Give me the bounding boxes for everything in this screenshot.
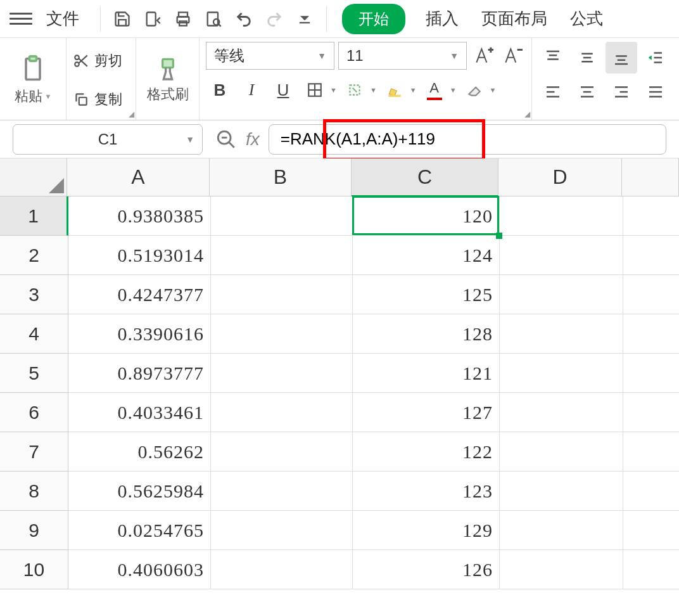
column-header[interactable]: B bbox=[210, 158, 352, 196]
cell[interactable] bbox=[500, 550, 623, 589]
align-top-button[interactable] bbox=[537, 42, 569, 74]
name-box[interactable]: C1 ▼ bbox=[13, 124, 203, 155]
align-middle-button[interactable] bbox=[571, 42, 603, 74]
italic-button[interactable]: I bbox=[238, 76, 265, 104]
select-all-corner[interactable] bbox=[0, 158, 67, 196]
highlight-button[interactable] bbox=[381, 76, 409, 104]
row-header[interactable]: 4 bbox=[0, 314, 68, 354]
increase-font-icon[interactable]: + bbox=[471, 43, 496, 68]
cell[interactable]: 0.5625984 bbox=[68, 472, 211, 511]
cell[interactable]: 0.8973777 bbox=[68, 354, 211, 393]
cell[interactable]: 122 bbox=[353, 432, 500, 472]
clipboard-icon[interactable] bbox=[17, 55, 49, 83]
cell[interactable]: 0.4033461 bbox=[68, 393, 211, 432]
cell[interactable] bbox=[500, 472, 623, 511]
print-icon[interactable] bbox=[170, 6, 196, 32]
preview-icon[interactable] bbox=[201, 6, 226, 32]
save-icon[interactable] bbox=[110, 6, 135, 32]
chevron-down-icon[interactable]: ▼ bbox=[490, 86, 497, 94]
column-header[interactable]: C bbox=[352, 158, 498, 196]
row-header[interactable]: 9 bbox=[0, 511, 68, 550]
export-icon[interactable] bbox=[140, 6, 165, 32]
cut-button[interactable]: 剪切 bbox=[73, 51, 129, 70]
cell[interactable] bbox=[623, 236, 679, 275]
format-painter-button[interactable]: 格式刷 bbox=[147, 85, 189, 104]
redo-icon[interactable] bbox=[262, 6, 287, 32]
menu-layout[interactable]: 页面布局 bbox=[473, 4, 556, 34]
cell[interactable] bbox=[623, 354, 679, 393]
font-name-select[interactable]: 等线▼ bbox=[206, 42, 334, 70]
hamburger-icon[interactable] bbox=[10, 8, 32, 30]
justify-button[interactable] bbox=[640, 76, 671, 108]
cell[interactable]: 121 bbox=[353, 354, 500, 393]
cell[interactable] bbox=[623, 393, 679, 432]
cell[interactable] bbox=[211, 236, 353, 275]
row-header[interactable]: 5 bbox=[0, 354, 68, 393]
cell[interactable]: 125 bbox=[353, 275, 500, 314]
column-header[interactable]: D bbox=[498, 158, 622, 196]
paste-button[interactable]: 粘贴▼ bbox=[15, 87, 52, 106]
underline-button[interactable]: U bbox=[269, 76, 297, 104]
cell[interactable] bbox=[211, 354, 353, 393]
formula-input[interactable] bbox=[269, 124, 666, 155]
cell[interactable]: 120 bbox=[353, 196, 500, 236]
fill-color-button[interactable] bbox=[341, 76, 369, 104]
cell[interactable]: 0.3390616 bbox=[68, 314, 211, 354]
borders-button[interactable] bbox=[301, 76, 329, 104]
cell[interactable] bbox=[211, 314, 353, 354]
cell[interactable]: 0.5193014 bbox=[68, 236, 211, 275]
cell[interactable]: 0.56262 bbox=[68, 432, 211, 472]
cell[interactable] bbox=[211, 550, 353, 589]
cell[interactable] bbox=[500, 393, 623, 432]
cell[interactable] bbox=[211, 511, 353, 550]
cell[interactable] bbox=[623, 550, 679, 589]
font-expand-icon[interactable]: ◢ bbox=[524, 110, 530, 119]
cell[interactable]: 124 bbox=[353, 236, 500, 275]
align-bottom-button[interactable] bbox=[606, 42, 637, 74]
row-header[interactable]: 6 bbox=[0, 393, 68, 432]
align-center-button[interactable] bbox=[571, 76, 603, 108]
menu-start[interactable]: 开始 bbox=[342, 4, 405, 34]
cell[interactable] bbox=[500, 275, 623, 314]
cell[interactable]: 0.0254765 bbox=[68, 511, 211, 550]
cell[interactable] bbox=[500, 314, 623, 354]
cell[interactable] bbox=[623, 196, 679, 236]
cell[interactable] bbox=[500, 236, 623, 275]
cell[interactable]: 0.9380385 bbox=[68, 196, 211, 236]
menu-insert[interactable]: 插入 bbox=[417, 4, 467, 34]
row-header[interactable]: 10 bbox=[0, 550, 68, 589]
more-dropdown-icon[interactable] bbox=[292, 6, 317, 32]
chevron-down-icon[interactable]: ▼ bbox=[410, 86, 417, 94]
undo-icon[interactable] bbox=[231, 6, 257, 32]
cell[interactable] bbox=[500, 196, 623, 236]
fx-icon[interactable]: fx bbox=[246, 129, 260, 150]
cell[interactable] bbox=[211, 196, 353, 236]
cell[interactable]: 128 bbox=[353, 314, 500, 354]
bold-button[interactable]: B bbox=[206, 76, 234, 104]
row-header[interactable]: 7 bbox=[0, 432, 68, 472]
cell[interactable] bbox=[623, 511, 679, 550]
align-right-button[interactable] bbox=[606, 76, 637, 108]
cell[interactable] bbox=[623, 432, 679, 472]
row-header[interactable]: 3 bbox=[0, 275, 68, 314]
column-header[interactable]: A bbox=[67, 158, 210, 196]
brush-icon[interactable] bbox=[155, 57, 181, 82]
column-header[interactable] bbox=[622, 158, 679, 196]
chevron-down-icon[interactable]: ▼ bbox=[330, 86, 337, 94]
chevron-down-icon[interactable]: ▼ bbox=[450, 86, 457, 94]
row-header[interactable]: 1 bbox=[0, 196, 68, 236]
font-size-select[interactable]: 11▼ bbox=[338, 42, 467, 70]
eraser-button[interactable] bbox=[460, 76, 488, 104]
chevron-down-icon[interactable]: ▼ bbox=[370, 86, 377, 94]
cell[interactable] bbox=[623, 275, 679, 314]
cell[interactable]: 0.4247377 bbox=[68, 275, 211, 314]
cell[interactable]: 123 bbox=[353, 472, 500, 511]
copy-button[interactable]: 复制 bbox=[73, 90, 129, 109]
cell[interactable]: 127 bbox=[353, 393, 500, 432]
decrease-font-icon[interactable]: − bbox=[500, 43, 525, 68]
cell[interactable] bbox=[211, 432, 353, 472]
cell[interactable] bbox=[211, 393, 353, 432]
cell[interactable] bbox=[623, 314, 679, 354]
cell[interactable] bbox=[500, 511, 623, 550]
cell[interactable] bbox=[211, 472, 353, 511]
